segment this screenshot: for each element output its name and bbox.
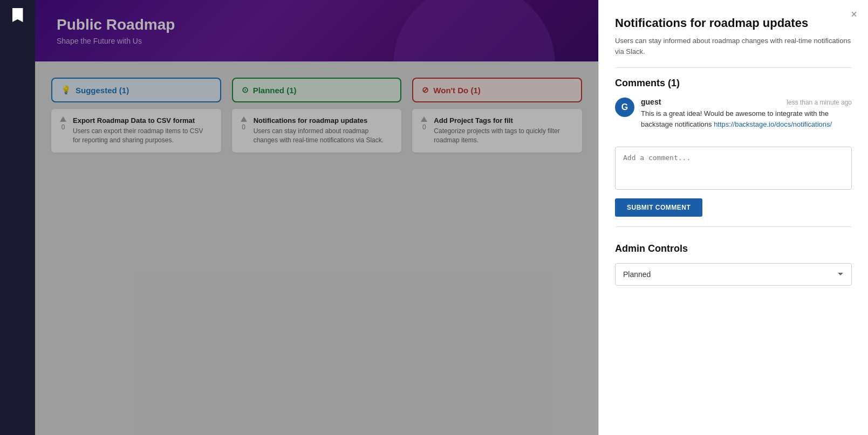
avatar-letter: G [621,102,628,112]
panel-title: Notifications for roadmap updates [615,16,852,30]
overlay-backdrop[interactable] [35,0,598,435]
comment-item: G guest less than a minute ago This is a… [615,98,852,129]
bookmark-icon [12,8,23,22]
comment-time: less than a minute ago [787,99,852,106]
comment-text: This is a great idea! Would be awesome t… [641,108,852,129]
comment-input[interactable] [615,147,852,190]
submit-comment-button[interactable]: SUBMIT COMMENT [615,198,702,217]
comment-meta: guest less than a minute ago [641,98,852,106]
comment-body: guest less than a minute ago This is a g… [641,98,852,129]
divider-1 [615,67,852,68]
comment-link[interactable]: https://backstage.io/docs/notifications/ [714,120,832,128]
avatar: G [615,98,634,117]
main-area: Public Roadmap Shape the Future with Us … [35,0,598,435]
comment-author: guest [641,98,661,106]
divider-2 [615,226,852,227]
side-panel: × Notifications for roadmap updates User… [598,0,868,435]
status-select[interactable]: Planned Suggested Won't Do In Progress D… [615,263,852,286]
panel-description: Users can stay informed about roadmap ch… [615,36,852,57]
close-button[interactable]: × [851,9,857,19]
sidebar [0,0,35,435]
comments-heading: Comments (1) [615,78,852,89]
admin-controls-heading: Admin Controls [615,243,852,254]
